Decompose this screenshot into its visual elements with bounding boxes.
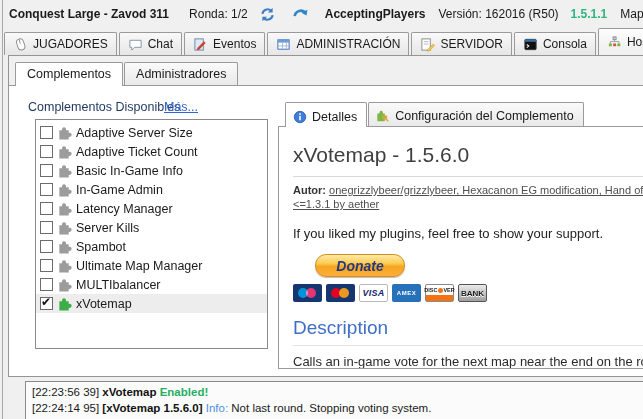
mastercard-card-icon (326, 284, 355, 302)
plugin-row-basic-in-game-info[interactable]: Basic In-Game Info (36, 161, 267, 180)
puzzle-icon (57, 182, 72, 197)
window-frame-edge (2, 0, 3, 419)
plugin-checkbox[interactable] (40, 145, 53, 158)
procon-version: 1.5.1.1 (571, 7, 608, 21)
plugin-checkbox[interactable] (40, 278, 53, 291)
author-link-2[interactable]: <=1.3.1 by aether (293, 198, 379, 210)
plugin-list[interactable]: Adaptive Server Size Adaptive Ticket Cou… (35, 119, 268, 349)
tab-configuracion-complemento[interactable]: Configuración del Complemento (368, 102, 584, 126)
plugin-checkbox[interactable] (40, 164, 53, 177)
plugin-checkbox[interactable] (40, 221, 53, 234)
plugins-available-label: Complementos Disponibles (28, 100, 180, 114)
mouse-icon (11, 35, 30, 54)
visa-card-icon: VISA (359, 284, 388, 302)
tab-complementos[interactable]: Complementos (15, 62, 123, 86)
plugin-name: Latency Manager (76, 202, 173, 216)
sitemap-icon (607, 35, 622, 50)
donate-button[interactable]: Donate (315, 254, 405, 277)
description-line-1: Calls an in-game vote for the next map n… (293, 354, 643, 369)
plugin-console-log[interactable]: [22:23:56 39] xVotemap Enabled! [22:24:1… (25, 381, 643, 419)
plugin-name: Server Kills (76, 221, 139, 235)
plugin-row-adaptive-server-size[interactable]: Adaptive Server Size (36, 123, 267, 142)
plugin-row-ultimate-map-manager[interactable]: Ultimate Map Manager (36, 256, 267, 275)
plugin-title: xVotemap - 1.5.6.0 (293, 143, 643, 177)
plugin-name: xVotemap (76, 297, 132, 311)
plugin-author: Autor: onegrizzlybeer/grizzlybeer, Hexac… (293, 183, 643, 211)
tab-chat[interactable]: Chat (119, 32, 182, 55)
host-procon-page: Complementos Administradores Complemento… (8, 55, 643, 377)
plugin-checkbox[interactable] (40, 202, 53, 215)
plugin-row-spambot[interactable]: Spambot (36, 237, 267, 256)
puzzle-icon (57, 296, 72, 311)
tab-servidor[interactable]: SERVIDOR (411, 32, 511, 55)
tab-jugadores[interactable]: JUGADORES (4, 32, 117, 55)
author-link[interactable]: onegrizzlybeer/grizzlybeer, Hexacanon EG… (329, 184, 643, 196)
puzzle-icon (57, 220, 72, 235)
server-title: Conquest Large - Zavod 311 (9, 7, 169, 21)
amex-card-icon: AMEX (392, 284, 421, 302)
restart-round-icon[interactable] (259, 6, 276, 23)
payment-cards-row: VISA AMEX DISCVER BANK (293, 284, 643, 302)
plugin-name: Spambot (76, 240, 126, 254)
status-bar: Conquest Large - Zavod 311 Ronda: 1/2 Ac… (0, 0, 643, 28)
support-text: If you liked my plugins, feel free to sh… (293, 226, 643, 241)
plugin-checkbox[interactable] (40, 183, 53, 196)
puzzle-wrench-icon (376, 109, 390, 123)
info-icon (293, 110, 307, 124)
plugin-name: Ultimate Map Manager (76, 259, 202, 273)
plugin-checkbox[interactable] (40, 297, 53, 310)
next-round-icon[interactable] (292, 6, 309, 23)
discover-card-icon: DISCVER (425, 284, 454, 302)
plugin-checkbox[interactable] (40, 259, 53, 272)
details-tab-bar: Detalles Configuración del Complemento (285, 102, 585, 127)
puzzle-icon (57, 239, 72, 254)
plugin-checkbox[interactable] (40, 126, 53, 139)
puzzle-icon (57, 144, 72, 159)
plugin-row-latency-manager[interactable]: Latency Manager (36, 199, 267, 218)
game-version: Versión: 162016 (R50) (438, 7, 558, 21)
log-line: [22:24:14 95] [xVotemap 1.5.6.0] Info: N… (32, 400, 643, 416)
puzzle-icon (57, 258, 72, 273)
chat-bubble-icon (128, 37, 143, 52)
plugin-row-in-game-admin[interactable]: In-Game Admin (36, 180, 267, 199)
plugin-details-panel: xVotemap - 1.5.6.0 Autor: onegrizzlybeer… (278, 126, 643, 369)
maestro-card-icon (293, 284, 322, 302)
plugin-name: Basic In-Game Info (76, 164, 183, 178)
more-link[interactable]: Más... (164, 100, 198, 114)
plugin-checkbox[interactable] (40, 240, 53, 253)
plugin-name: Adaptive Ticket Count (76, 145, 198, 159)
log-area: [22:23:56 39] xVotemap Enabled! [22:24:1… (0, 377, 643, 419)
server-state: AcceptingPlayers (325, 7, 426, 21)
plugin-row-multibalancer[interactable]: MULTIbalancer (36, 275, 267, 294)
plugin-row-xvotemap[interactable]: xVotemap (36, 294, 267, 313)
console-icon (523, 37, 538, 52)
maps-count: Mapas: 0 (620, 7, 643, 21)
bank-card-icon: BANK (458, 284, 487, 302)
puzzle-icon (57, 201, 72, 216)
plugin-row-adaptive-ticket-count[interactable]: Adaptive Ticket Count (36, 142, 267, 161)
table-icon (276, 37, 291, 52)
plugin-admin-tab-bar: Complementos Administradores (15, 62, 239, 86)
plugin-name: Adaptive Server Size (76, 126, 193, 140)
plugin-name: In-Game Admin (76, 183, 163, 197)
main-tab-bar: JUGADORES Chat Eventos ADMINISTRACIÓN SE… (0, 28, 643, 55)
complementos-content: Complementos Disponibles Más... Adaptive… (9, 85, 643, 376)
plugin-name: MULTIbalancer (76, 278, 161, 292)
tab-administracion[interactable]: ADMINISTRACIÓN (267, 32, 409, 55)
description-heading: Description (293, 317, 643, 346)
plugin-row-server-kills[interactable]: Server Kills (36, 218, 267, 237)
tab-consola[interactable]: Consola (514, 32, 596, 55)
puzzle-icon (57, 163, 72, 178)
notepad-pencil-icon (420, 37, 435, 52)
round-indicator: Ronda: 1/2 (189, 7, 248, 21)
events-pen-icon (193, 37, 208, 52)
tab-detalles[interactable]: Detalles (285, 102, 367, 127)
tab-host-procon[interactable]: Host PRoCon (598, 28, 643, 55)
tab-eventos[interactable]: Eventos (184, 32, 265, 55)
tab-administradores[interactable]: Administradores (124, 62, 238, 85)
log-line: [22:23:56 39] xVotemap Enabled! (32, 384, 643, 400)
puzzle-icon (57, 277, 72, 292)
puzzle-icon (57, 125, 72, 140)
